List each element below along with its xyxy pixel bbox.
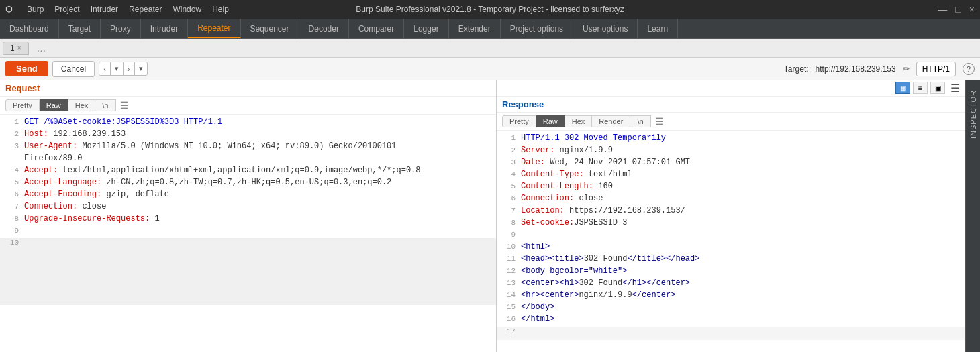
line-number: 11 — [499, 254, 516, 263]
inspector-panel: INSPECTOR — [965, 80, 980, 352]
nav-tab-proxy[interactable]: Proxy — [101, 19, 141, 38]
request-line: 2Host: 192.168.239.153 — [0, 129, 496, 141]
inspector-label: INSPECTOR — [969, 90, 977, 139]
nav-next-dropdown[interactable]: ▾ — [135, 62, 147, 75]
http-version-button[interactable]: HTTP/1 — [916, 62, 956, 76]
send-button[interactable]: Send — [5, 61, 48, 76]
nav-tab-intruder[interactable]: Intruder — [141, 19, 188, 38]
layout-split-vertical-button[interactable]: ≡ — [913, 82, 928, 94]
line-number: 6 — [499, 194, 516, 202]
request-newline-button[interactable]: \n — [95, 99, 115, 111]
request-line: 6Accept-Encoding: gzip, deflate — [0, 190, 496, 202]
request-pretty-button[interactable]: Pretty — [5, 99, 40, 111]
menu-intruder[interactable]: Intruder — [91, 5, 118, 14]
line-number: 10 — [499, 242, 516, 251]
response-line: 3Date: Wed, 24 Nov 2021 07:57:01 GMT — [497, 158, 965, 170]
cancel-button[interactable]: Cancel — [52, 61, 95, 77]
line-number: 1 — [499, 133, 516, 142]
response-newline-button[interactable]: \n — [630, 115, 650, 127]
request-line: 8Upgrade-Insecure-Requests: 1 — [0, 214, 496, 226]
request-raw-button[interactable]: Raw — [40, 99, 68, 111]
line-number: 8 — [3, 214, 19, 223]
line-number: 15 — [499, 302, 516, 311]
nav-tab-sequencer[interactable]: Sequencer — [241, 19, 299, 38]
nav-next-button[interactable]: › — [124, 62, 134, 75]
nav-tab-comparer[interactable]: Comparer — [349, 19, 404, 38]
window-title: Burp Suite Professional v2021.8 - Tempor… — [356, 5, 624, 14]
response-header: Response — [497, 97, 965, 113]
line-number: 9 — [499, 230, 516, 239]
response-line: 4Content-Type: text/html — [497, 170, 965, 182]
response-line: 2Server: nginx/1.9.9 — [497, 145, 965, 158]
response-pretty-button[interactable]: Pretty — [502, 115, 536, 127]
edit-target-icon[interactable]: ✏ — [903, 64, 910, 74]
menu-repeater[interactable]: Repeater — [129, 5, 162, 14]
target-url: http://192.168.239.153 — [816, 64, 896, 74]
response-raw-button[interactable]: Raw — [536, 115, 565, 127]
nav-tab-repeater[interactable]: Repeater — [188, 19, 240, 38]
response-section: ▦ ≡ ▣ ☰ Response Pretty Raw Hex Render \… — [497, 80, 980, 352]
maximize-button[interactable]: □ — [955, 4, 961, 15]
response-line: 16</html> — [497, 314, 965, 327]
response-render-button[interactable]: Render — [592, 115, 630, 127]
burp-icon: ⬡ — [5, 5, 12, 14]
response-top-bar: ▦ ≡ ▣ ☰ — [497, 80, 965, 97]
line-number: 3 — [499, 158, 516, 166]
menu-window[interactable]: Window — [173, 5, 201, 14]
line-number: 16 — [499, 314, 516, 323]
layout-single-button[interactable]: ▣ — [930, 82, 945, 94]
line-number: 4 — [499, 170, 516, 178]
nav-tabs: DashboardTargetProxyIntruderRepeaterSequ… — [0, 19, 980, 39]
repeater-tab-1[interactable]: 1 × — [3, 42, 29, 55]
nav-tab-dashboard[interactable]: Dashboard — [0, 19, 59, 38]
line-number: 9 — [3, 226, 19, 235]
nav-prev-button[interactable]: ‹ — [99, 62, 110, 75]
line-number: 7 — [3, 202, 19, 211]
response-line: 9 — [497, 230, 965, 242]
response-hex-button[interactable]: Hex — [565, 115, 593, 127]
layout-split-horizontal-button[interactable]: ▦ — [895, 82, 910, 94]
repeater-tab-bar: 1 × … — [0, 39, 980, 58]
nav-tab-decoder[interactable]: Decoder — [299, 19, 349, 38]
line-number: 5 — [3, 178, 19, 186]
response-menu-icon[interactable]: ☰ — [655, 116, 664, 127]
minimize-button[interactable]: — — [938, 4, 947, 15]
request-hex-button[interactable]: Hex — [68, 99, 96, 111]
request-line: Firefox/89.0 — [0, 154, 496, 166]
nav-prev-dropdown[interactable]: ▾ — [111, 62, 123, 75]
response-line: 8Set-cookie:JSPSESSID=3 — [497, 218, 965, 230]
repeater-tab-add[interactable]: … — [32, 42, 52, 55]
menu-burp[interactable]: Burp — [27, 5, 44, 14]
request-line: 3User-Agent: Mozilla/5.0 (Windows NT 10.… — [0, 141, 496, 154]
nav-tab-extender[interactable]: Extender — [449, 19, 501, 38]
menu-project[interactable]: Project — [54, 5, 79, 14]
nav-tab-project-options[interactable]: Project options — [501, 19, 573, 38]
request-view-buttons: Pretty Raw Hex \n ☰ — [0, 97, 496, 115]
response-panel: ▦ ≡ ▣ ☰ Response Pretty Raw Hex Render \… — [497, 80, 965, 352]
response-line: 15</body> — [497, 302, 965, 314]
request-header: Request — [0, 80, 496, 97]
nav-tab-logger[interactable]: Logger — [404, 19, 448, 38]
close-button[interactable]: × — [969, 4, 975, 15]
request-line: 4Accept: text/html,application/xhtml+xml… — [0, 166, 496, 178]
repeater-tab-close[interactable]: × — [17, 44, 21, 52]
line-number: 3 — [3, 141, 19, 150]
line-number: 14 — [499, 290, 516, 299]
help-button[interactable]: ? — [963, 63, 975, 75]
target-label: Target: — [784, 64, 809, 74]
window-controls: — □ × — [938, 4, 975, 15]
response-line: 14<hr><center>nginx/1.9.9</center> — [497, 290, 965, 302]
menu-help[interactable]: Help — [212, 5, 229, 14]
nav-tab-user-options[interactable]: User options — [573, 19, 638, 38]
response-line: 1HTTP/1.1 302 Moved Temporarily — [497, 133, 965, 145]
line-number: 6 — [3, 190, 19, 198]
response-line: 13<center><h1>302 Found</h1></center> — [497, 278, 965, 290]
request-panel: Request Pretty Raw Hex \n ☰ 1GET /%0ASet… — [0, 80, 497, 352]
request-menu-icon[interactable]: ☰ — [120, 100, 129, 111]
nav-tab-learn[interactable]: Learn — [638, 19, 678, 38]
main-content: Request Pretty Raw Hex \n ☰ 1GET /%0ASet… — [0, 80, 980, 352]
inspector-menu-button[interactable]: ☰ — [950, 82, 960, 95]
nav-tab-target[interactable]: Target — [59, 19, 101, 38]
request-code-area[interactable]: 1GET /%0ASet-cookie:JSPSESSID%3D3 HTTP/1… — [0, 115, 496, 352]
response-code-area[interactable]: 1HTTP/1.1 302 Moved Temporarily2Server: … — [497, 131, 965, 352]
